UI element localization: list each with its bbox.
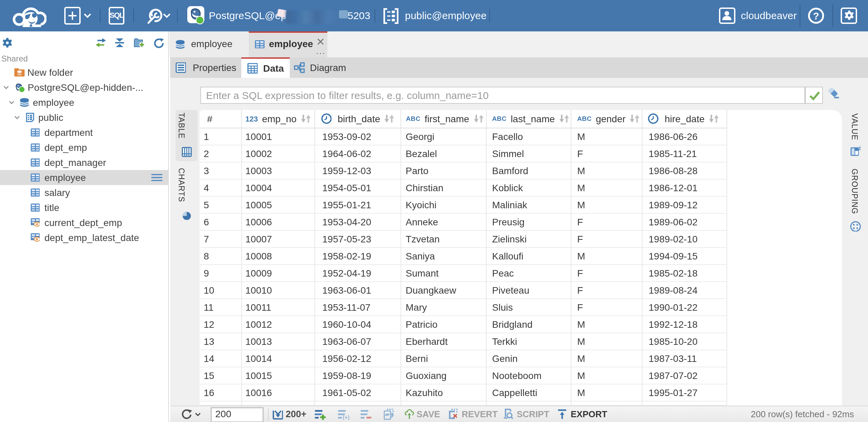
svg-text:(+): (+) [343, 414, 349, 420]
svg-text:?: ? [813, 10, 819, 21]
